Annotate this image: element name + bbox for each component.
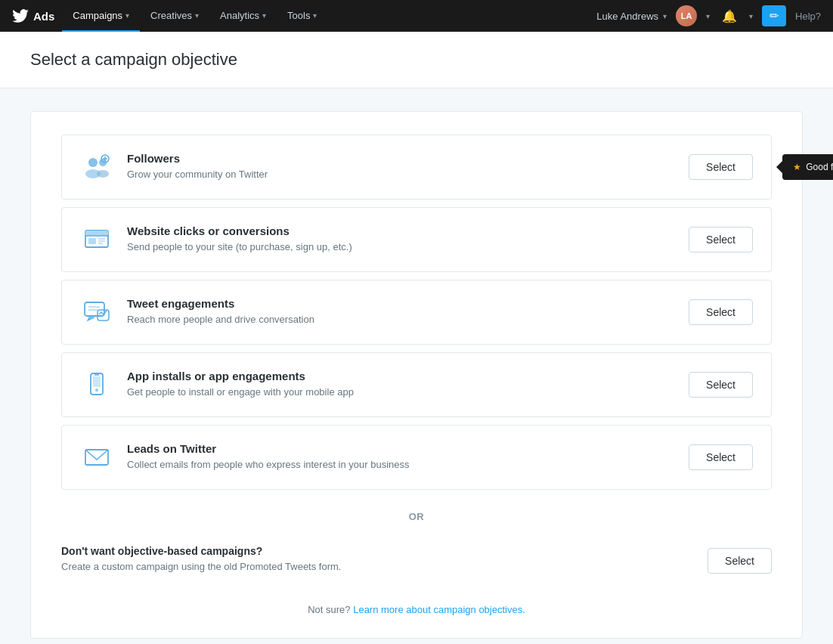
nav-items: Campaigns ▾ Creatives ▾ Analytics ▾ Tool… [62,0,596,32]
app-icon [80,368,113,401]
followers-icon [80,150,113,184]
leads-icon [80,441,113,474]
select-no-objective-button[interactable]: Select [708,548,772,574]
no-objective-item: Don't want objective-based campaigns? Cr… [61,533,772,586]
nav-right: Luke Andrews ▾ LA ▾ 🔔 ▾ ✏ Help? [596,5,821,26]
user-menu[interactable]: Luke Andrews ▾ [596,11,667,22]
tweet-text: Tweet engagements Reach more people and … [127,297,689,327]
tweet-desc: Reach more people and drive conversation [127,313,689,327]
followers-text: Followers Grow your community on Twitter [127,152,689,181]
svg-rect-19 [93,376,101,387]
svg-point-3 [97,170,109,178]
star-icon: ★ [793,162,801,172]
select-app-button[interactable]: Select [689,372,753,398]
no-objective-desc: Create a custom campaign using the old P… [61,560,708,574]
notifications-icon[interactable]: 🔔 [719,5,740,26]
page-content: Followers Grow your community on Twitter… [0,88,833,644]
brand[interactable]: Ads [12,9,54,23]
nav-campaigns[interactable]: Campaigns ▾ [62,0,140,32]
badge-text: Good for new users [806,162,833,172]
bottom-link-area: Not sure? Learn more about campaign obje… [61,604,772,615]
objective-website: Website clicks or conversions Send peopl… [61,207,772,272]
select-tweet-button[interactable]: Select [689,299,753,325]
no-objective-text: Don't want objective-based campaigns? Cr… [61,545,708,574]
content-card: Followers Grow your community on Twitter… [30,111,803,639]
select-followers-button[interactable]: Select [689,154,753,180]
objective-list: Followers Grow your community on Twitter… [61,135,772,497]
learn-more-link[interactable]: Learn more about campaign objectives. [353,604,525,615]
creatives-chevron-icon: ▾ [195,11,199,20]
tools-chevron-icon: ▾ [313,11,317,20]
avatar[interactable]: LA [676,5,697,26]
website-text: Website clicks or conversions Send peopl… [127,224,689,254]
app-desc: Get people to install or engage with you… [127,385,689,399]
nav-creatives[interactable]: Creatives ▾ [140,0,209,32]
app-text: App installs or app engagements Get peop… [127,370,689,399]
objective-leads: Leads on Twitter Collect emails from peo… [61,425,772,490]
leads-desc: Collect emails from people who express i… [127,458,689,472]
app-name: App installs or app engagements [127,370,689,382]
no-objective-name: Don't want objective-based campaigns? [61,545,708,557]
followers-name: Followers [127,152,689,165]
svg-rect-14 [85,302,104,316]
svg-rect-10 [88,238,96,244]
nav-analytics[interactable]: Analytics ▾ [209,0,277,32]
website-name: Website clicks or conversions [127,224,689,237]
good-for-new-users-badge: ★ Good for new users [782,154,833,180]
compose-icon[interactable]: ✏ [762,5,786,26]
page-header: Select a campaign objective [0,32,833,88]
leads-name: Leads on Twitter [127,442,689,455]
analytics-chevron-icon: ▾ [262,11,266,20]
leads-text: Leads on Twitter Collect emails from peo… [127,442,689,472]
objective-tweet: Tweet engagements Reach more people and … [61,280,772,345]
brand-name: Ads [33,10,54,23]
avatar-chevron-icon: ▾ [706,12,710,20]
select-leads-button[interactable]: Select [689,444,753,470]
tweet-name: Tweet engagements [127,297,689,310]
svg-point-20 [95,389,98,392]
twitter-logo-icon [12,9,29,23]
nav-tools[interactable]: Tools ▾ [277,0,327,32]
website-icon [80,223,113,256]
navbar: Ads Campaigns ▾ Creatives ▾ Analytics ▾ … [0,0,833,32]
objective-followers: Followers Grow your community on Twitter… [61,135,772,200]
help-link[interactable]: Help? [795,11,821,22]
campaigns-chevron-icon: ▾ [125,11,129,20]
followers-desc: Grow your community on Twitter [127,168,689,181]
select-website-button[interactable]: Select [689,227,753,252]
objective-app: App installs or app engagements Get peop… [61,352,772,417]
user-chevron-icon: ▾ [663,12,667,20]
notif-chevron-icon: ▾ [749,12,753,20]
svg-rect-8 [85,231,108,236]
page-title: Select a campaign objective [30,50,803,70]
or-divider: OR [61,511,772,522]
tweet-icon [80,296,113,329]
svg-point-0 [88,158,98,167]
website-desc: Send people to your site (to purchase, s… [127,240,689,254]
